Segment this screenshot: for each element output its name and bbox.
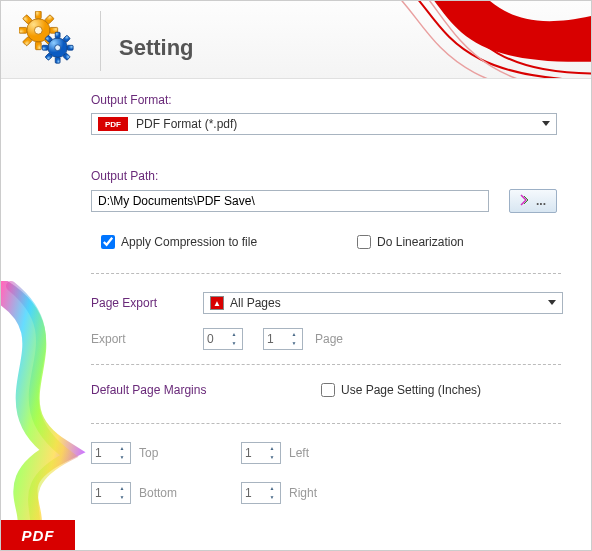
output-format-label: Output Format:: [91, 93, 581, 107]
default-margins-label: Default Page Margins: [91, 383, 321, 397]
margin-left-spinner[interactable]: ▲▼: [241, 442, 281, 464]
page-title: Setting: [119, 35, 194, 61]
margin-right-spinner[interactable]: ▲▼: [241, 482, 281, 504]
do-linearization-input[interactable]: [357, 235, 371, 249]
page-export-selected: All Pages: [230, 296, 281, 310]
pdf-chip-icon: PDF: [98, 117, 128, 131]
export-from-spinner[interactable]: ▲▼: [203, 328, 243, 350]
page-export-dropdown[interactable]: ▲ All Pages: [203, 292, 563, 314]
use-page-setting-input[interactable]: [321, 383, 335, 397]
output-path-input[interactable]: [91, 190, 489, 212]
export-to-spinner[interactable]: ▲▼: [263, 328, 303, 350]
content-area: Output Format: PDF PDF Format (*.pdf) Ou…: [91, 93, 581, 504]
apply-compression-input[interactable]: [101, 235, 115, 249]
decorative-swoosh: [291, 1, 591, 79]
spinner-up-icon[interactable]: ▲: [115, 484, 129, 493]
spinner-up-icon[interactable]: ▲: [115, 444, 129, 453]
svg-rect-1: [35, 11, 41, 19]
browse-label: ...: [536, 194, 546, 208]
chevron-down-icon: [548, 300, 556, 305]
export-from-input[interactable]: [204, 330, 226, 348]
spinner-down-icon[interactable]: ▼: [115, 453, 129, 462]
margin-left-label: Left: [289, 446, 309, 460]
use-page-setting-checkbox[interactable]: Use Page Setting (Inches): [321, 383, 481, 397]
spinner-up-icon[interactable]: ▲: [287, 330, 301, 339]
margin-top-label: Top: [139, 446, 158, 460]
pdf-badge: PDF: [1, 520, 75, 550]
spinner-up-icon[interactable]: ▲: [265, 444, 279, 453]
export-range-label: Export: [91, 332, 197, 346]
spinner-down-icon[interactable]: ▼: [227, 339, 241, 348]
margin-top-input[interactable]: [92, 444, 114, 462]
use-page-setting-label: Use Page Setting (Inches): [341, 383, 481, 397]
export-to-input[interactable]: [264, 330, 286, 348]
margin-right-label: Right: [289, 486, 317, 500]
svg-point-5: [55, 45, 61, 51]
output-format-selected: PDF Format (*.pdf): [136, 117, 237, 131]
spinner-down-icon[interactable]: ▼: [265, 493, 279, 502]
spinner-down-icon[interactable]: ▼: [287, 339, 301, 348]
margin-bottom-label: Bottom: [139, 486, 177, 500]
margin-right-input[interactable]: [242, 484, 264, 502]
header-separator: [100, 11, 101, 71]
output-path-label: Output Path:: [91, 169, 581, 183]
spinner-up-icon[interactable]: ▲: [227, 330, 241, 339]
margin-top-spinner[interactable]: ▲▼: [91, 442, 131, 464]
apply-compression-label: Apply Compression to file: [121, 235, 257, 249]
spinner-down-icon[interactable]: ▼: [115, 493, 129, 502]
chevron-down-icon: [542, 121, 550, 126]
gear-icon: [19, 11, 77, 69]
margin-bottom-spinner[interactable]: ▲▼: [91, 482, 131, 504]
do-linearization-checkbox[interactable]: Do Linearization: [357, 235, 464, 249]
browse-button[interactable]: ...: [509, 189, 557, 213]
pdf-doc-icon: ▲: [210, 296, 224, 310]
svg-rect-4: [55, 32, 60, 38]
margin-bottom-input[interactable]: [92, 484, 114, 502]
spinner-down-icon[interactable]: ▼: [265, 453, 279, 462]
separator: [91, 364, 561, 365]
separator: [91, 273, 561, 274]
do-linearization-label: Do Linearization: [377, 235, 464, 249]
decorative-swirl: [0, 281, 86, 551]
apply-compression-checkbox[interactable]: Apply Compression to file: [101, 235, 257, 249]
spinner-up-icon[interactable]: ▲: [265, 484, 279, 493]
separator: [91, 423, 561, 424]
header: Setting: [1, 1, 591, 79]
margin-left-input[interactable]: [242, 444, 264, 462]
svg-point-2: [34, 26, 42, 34]
output-format-dropdown[interactable]: PDF PDF Format (*.pdf): [91, 113, 557, 135]
page-export-label: Page Export: [91, 296, 197, 310]
export-page-suffix: Page: [315, 332, 343, 346]
